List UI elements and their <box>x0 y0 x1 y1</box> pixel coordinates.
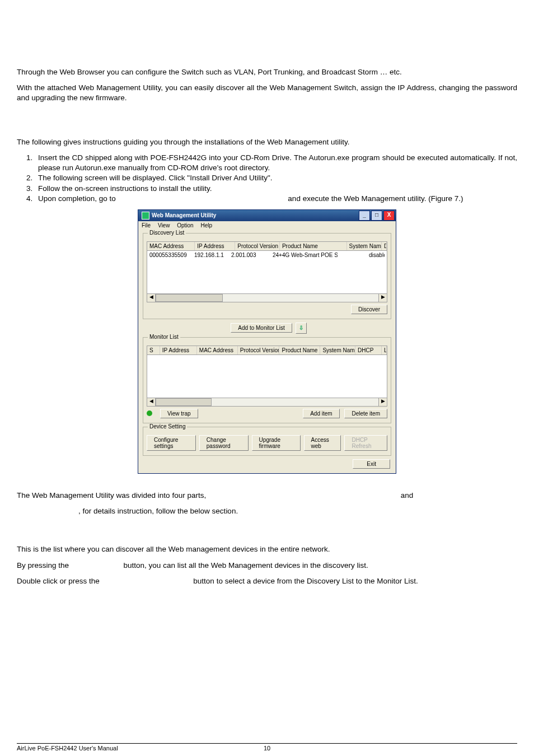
col-pv[interactable]: Protocol Version <box>235 242 280 250</box>
discover-button[interactable]: Discover <box>351 305 387 314</box>
change-password-button[interactable]: Change password <box>199 435 249 451</box>
arrow-down-icon[interactable]: ⇩ <box>296 323 307 334</box>
discovery-h-scrollbar[interactable]: ◀ ▶ <box>147 294 387 302</box>
app-icon <box>142 212 149 220</box>
menu-file[interactable]: File <box>142 222 151 228</box>
delete-item-button[interactable]: Delete item <box>344 409 387 418</box>
step-4-text-b: and execute the Web Management utility. … <box>288 194 463 203</box>
paragraph-four-parts: The Web Management Utility was divided i… <box>17 491 517 501</box>
exit-button[interactable]: Exit <box>353 459 390 469</box>
device-setting-group: Device Setting Configure settings Change… <box>143 427 391 456</box>
table-row[interactable]: 000055335509 192.168.1.1 2.001.003 24+4G… <box>147 251 387 259</box>
step-1: Insert the CD shipped along with POE-FSH… <box>35 153 517 173</box>
four-parts-a: The Web Management Utility was divided i… <box>17 491 208 500</box>
menu-option[interactable]: Option <box>177 222 193 228</box>
menu-view[interactable]: View <box>158 222 170 228</box>
monitor-list-group: Monitor List S IP Address MAC Address Pr… <box>143 337 391 423</box>
upgrade-firmware-button[interactable]: Upgrade firmware <box>252 435 301 451</box>
scroll-left-icon[interactable]: ◀ <box>147 294 156 302</box>
col-dhcp2[interactable]: DHCP <box>355 346 382 354</box>
col-mac2[interactable]: MAC Address <box>197 346 238 354</box>
configure-settings-button[interactable]: Configure settings <box>147 435 196 451</box>
window-titlebar[interactable]: Web Management Utility _ □ X <box>138 210 396 221</box>
scroll-left-icon[interactable]: ◀ <box>147 398 156 406</box>
monitor-body[interactable] <box>147 355 387 398</box>
paragraph-discover-intro: This is the list where you can discover … <box>17 544 517 554</box>
view-trap-button[interactable]: View trap <box>160 409 198 418</box>
paragraph-discover-button: By pressing the button, you can list all… <box>17 561 517 571</box>
scroll-right-icon[interactable]: ▶ <box>378 398 387 406</box>
footer-text: AirLive PoE-FSH2442 User's Manual <box>17 745 118 752</box>
window-title: Web Management Utility <box>152 212 216 218</box>
close-button[interactable]: X <box>383 211 395 221</box>
minimize-button[interactable]: _ <box>359 211 370 221</box>
page-footer: AirLive PoE-FSH2442 User's Manual 10 <box>17 743 517 752</box>
col-lo[interactable]: Lo <box>382 346 387 354</box>
monitor-header: S IP Address MAC Address Protocol Versio… <box>147 346 387 355</box>
cell-ip: 192.168.1.1 <box>194 252 231 258</box>
discovery-list-group: Discovery List MAC Address IP Address Pr… <box>143 233 391 319</box>
col-s[interactable]: S <box>147 346 160 354</box>
monitor-list-title: Monitor List <box>148 334 180 340</box>
step-4: Upon completion, go to and execute the W… <box>35 194 517 204</box>
cell-pn: 24+4G Web-Smart POE Switch .. <box>273 252 338 258</box>
step-2: The following screen will be displayed. … <box>35 173 517 183</box>
add-item-button[interactable]: Add item <box>303 409 339 418</box>
cell-dhcp: disable <box>369 252 385 258</box>
menu-help[interactable]: Help <box>200 222 212 228</box>
paragraph-utility-intro: With the attached Web Management Utility… <box>17 83 517 103</box>
paragraph-details: , for details instruction, follow the be… <box>17 506 517 516</box>
menu-bar: File View Option Help <box>138 221 396 230</box>
paragraph-install-intro: The following gives instructions guiding… <box>17 137 517 147</box>
monitor-h-scrollbar[interactable]: ◀ ▶ <box>147 398 387 407</box>
col-sn2[interactable]: System Name <box>320 346 355 354</box>
discover-a: By pressing the <box>17 561 71 570</box>
cell-pv: 2.001.003 <box>231 252 273 258</box>
cell-mac: 000055335509 <box>149 252 194 258</box>
scroll-thumb[interactable] <box>156 398 212 406</box>
four-parts-b: and <box>401 491 414 500</box>
scroll-right-icon[interactable]: ▶ <box>378 294 387 302</box>
cell-sn <box>338 252 369 258</box>
col-dhcp[interactable]: DHCP <box>382 242 387 250</box>
col-ip2[interactable]: IP Address <box>160 346 197 354</box>
discovery-header: MAC Address IP Address Protocol Version … <box>147 241 387 251</box>
add-mon-a: Double click or press the <box>17 577 102 585</box>
paragraph-add-monitor: Double click or press the button to sele… <box>17 576 517 586</box>
figure-7-screenshot: Web Management Utility _ □ X File View O… <box>17 209 517 474</box>
step-4-text-a: Upon completion, go to <box>38 194 118 203</box>
step-3: Follow the on-screen instructions to ins… <box>35 184 517 194</box>
discovery-body[interactable]: 000055335509 192.168.1.1 2.001.003 24+4G… <box>147 251 387 294</box>
device-setting-title: Device Setting <box>148 423 187 430</box>
paragraph-web-browser: Through the Web Browser you can configur… <box>17 67 517 77</box>
add-mon-b: button to select a device from the Disco… <box>193 577 418 585</box>
col-pv2[interactable]: Protocol Version <box>238 346 280 354</box>
status-dot-icon <box>147 410 152 416</box>
col-sn[interactable]: System Name <box>347 242 382 250</box>
col-pn2[interactable]: Product Name <box>279 346 320 354</box>
scroll-thumb[interactable] <box>156 294 223 302</box>
add-to-monitor-button[interactable]: Add to Monitor List <box>231 323 292 333</box>
access-web-button[interactable]: Access web <box>304 435 341 451</box>
dhcp-refresh-button: DHCP Refresh <box>344 435 387 451</box>
discover-b: button, you can list all the Web Managem… <box>124 561 368 570</box>
col-ip[interactable]: IP Address <box>195 242 235 250</box>
install-steps-list: Insert the CD shipped along with POE-FSH… <box>17 153 517 204</box>
page-number: 10 <box>264 745 270 752</box>
maximize-button[interactable]: □ <box>371 211 382 221</box>
col-mac[interactable]: MAC Address <box>147 242 195 250</box>
discovery-list-title: Discovery List <box>148 230 186 236</box>
col-pn[interactable]: Product Name <box>280 242 347 250</box>
